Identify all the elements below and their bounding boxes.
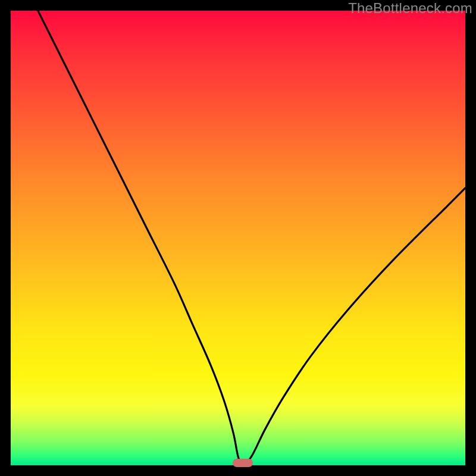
watermark-text: TheBottleneck.com [348,0,472,17]
minimum-marker [233,459,253,467]
chart-frame: TheBottleneck.com [0,0,476,476]
plot-area [11,11,465,465]
bottleneck-curve [11,11,465,465]
